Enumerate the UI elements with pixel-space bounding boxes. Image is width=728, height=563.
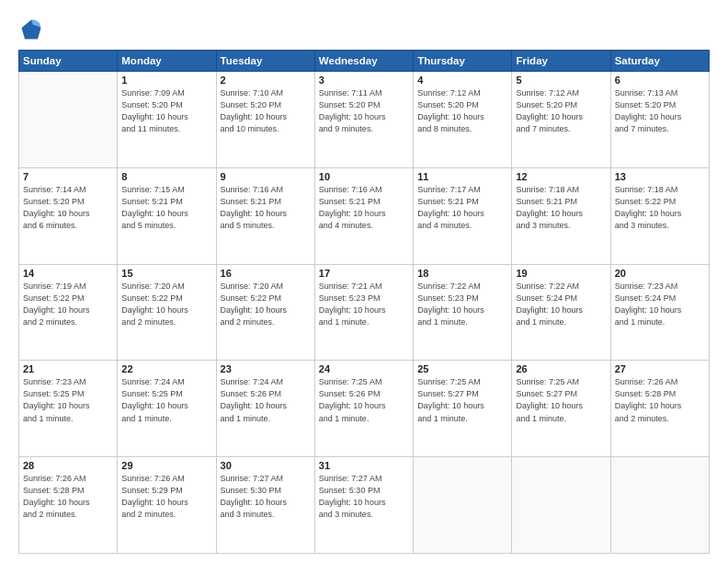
logo <box>18 17 48 42</box>
day-number: 4 <box>417 75 507 86</box>
day-number: 18 <box>417 268 507 279</box>
week-row-2: 7Sunrise: 7:14 AM Sunset: 5:20 PM Daylig… <box>19 167 710 264</box>
week-row-5: 28Sunrise: 7:26 AM Sunset: 5:28 PM Dayli… <box>19 457 710 554</box>
calendar-cell: 11Sunrise: 7:17 AM Sunset: 5:21 PM Dayli… <box>414 167 512 264</box>
calendar-cell <box>512 457 610 554</box>
day-number: 10 <box>319 171 409 182</box>
calendar-cell: 4Sunrise: 7:12 AM Sunset: 5:20 PM Daylig… <box>414 72 512 168</box>
page: SundayMondayTuesdayWednesdayThursdayFrid… <box>0 0 728 563</box>
calendar-header-saturday: Saturday <box>610 51 709 72</box>
day-number: 24 <box>319 363 409 374</box>
calendar-cell: 18Sunrise: 7:22 AM Sunset: 5:23 PM Dayli… <box>414 264 512 361</box>
day-info: Sunrise: 7:26 AM Sunset: 5:28 PM Dayligh… <box>23 473 113 521</box>
day-info: Sunrise: 7:15 AM Sunset: 5:21 PM Dayligh… <box>121 184 211 232</box>
day-info: Sunrise: 7:26 AM Sunset: 5:29 PM Dayligh… <box>121 473 211 521</box>
day-number: 11 <box>417 171 507 182</box>
day-number: 14 <box>23 268 113 279</box>
calendar-cell: 20Sunrise: 7:23 AM Sunset: 5:24 PM Dayli… <box>610 264 709 361</box>
calendar-header-tuesday: Tuesday <box>216 51 314 72</box>
calendar-header-sunday: Sunday <box>19 51 118 72</box>
day-info: Sunrise: 7:13 AM Sunset: 5:20 PM Dayligh… <box>615 87 705 135</box>
calendar-cell: 8Sunrise: 7:15 AM Sunset: 5:21 PM Daylig… <box>118 167 216 264</box>
calendar-cell: 29Sunrise: 7:26 AM Sunset: 5:29 PM Dayli… <box>118 457 216 554</box>
day-number: 26 <box>516 363 606 374</box>
calendar-cell: 17Sunrise: 7:21 AM Sunset: 5:23 PM Dayli… <box>314 264 413 361</box>
calendar-cell: 21Sunrise: 7:23 AM Sunset: 5:25 PM Dayli… <box>19 361 118 457</box>
day-number: 22 <box>121 363 211 374</box>
calendar-cell: 3Sunrise: 7:11 AM Sunset: 5:20 PM Daylig… <box>314 72 413 168</box>
calendar-cell: 5Sunrise: 7:12 AM Sunset: 5:20 PM Daylig… <box>512 72 610 168</box>
day-number: 16 <box>221 268 311 279</box>
day-info: Sunrise: 7:25 AM Sunset: 5:27 PM Dayligh… <box>417 376 507 424</box>
day-info: Sunrise: 7:16 AM Sunset: 5:21 PM Dayligh… <box>221 184 311 232</box>
calendar-cell: 26Sunrise: 7:25 AM Sunset: 5:27 PM Dayli… <box>512 361 610 457</box>
calendar-cell: 23Sunrise: 7:24 AM Sunset: 5:26 PM Dayli… <box>216 361 314 457</box>
day-info: Sunrise: 7:23 AM Sunset: 5:24 PM Dayligh… <box>615 281 705 328</box>
day-info: Sunrise: 7:09 AM Sunset: 5:20 PM Dayligh… <box>121 87 211 135</box>
day-info: Sunrise: 7:27 AM Sunset: 5:30 PM Dayligh… <box>319 473 409 521</box>
calendar-cell: 15Sunrise: 7:20 AM Sunset: 5:22 PM Dayli… <box>118 264 216 361</box>
calendar-cell: 14Sunrise: 7:19 AM Sunset: 5:22 PM Dayli… <box>19 264 118 361</box>
calendar-cell <box>414 457 512 554</box>
day-info: Sunrise: 7:18 AM Sunset: 5:22 PM Dayligh… <box>615 184 705 232</box>
calendar-cell: 16Sunrise: 7:20 AM Sunset: 5:22 PM Dayli… <box>216 264 314 361</box>
day-number: 5 <box>516 75 606 86</box>
day-number: 17 <box>319 268 409 279</box>
day-number: 9 <box>221 171 311 182</box>
calendar-cell: 6Sunrise: 7:13 AM Sunset: 5:20 PM Daylig… <box>610 72 709 168</box>
calendar-header-friday: Friday <box>512 51 610 72</box>
calendar-cell: 1Sunrise: 7:09 AM Sunset: 5:20 PM Daylig… <box>118 72 216 168</box>
day-info: Sunrise: 7:24 AM Sunset: 5:26 PM Dayligh… <box>221 376 311 424</box>
day-info: Sunrise: 7:21 AM Sunset: 5:23 PM Dayligh… <box>319 281 409 328</box>
calendar-cell: 31Sunrise: 7:27 AM Sunset: 5:30 PM Dayli… <box>314 457 413 554</box>
day-info: Sunrise: 7:20 AM Sunset: 5:22 PM Dayligh… <box>121 281 211 328</box>
day-info: Sunrise: 7:22 AM Sunset: 5:24 PM Dayligh… <box>516 281 606 328</box>
calendar-table: SundayMondayTuesdayWednesdayThursdayFrid… <box>18 50 710 554</box>
day-number: 31 <box>319 460 409 471</box>
day-info: Sunrise: 7:11 AM Sunset: 5:20 PM Dayligh… <box>319 87 409 135</box>
day-info: Sunrise: 7:12 AM Sunset: 5:20 PM Dayligh… <box>417 87 507 135</box>
header <box>18 17 710 42</box>
day-number: 21 <box>23 363 113 374</box>
calendar-cell: 7Sunrise: 7:14 AM Sunset: 5:20 PM Daylig… <box>19 167 118 264</box>
calendar-cell: 22Sunrise: 7:24 AM Sunset: 5:25 PM Dayli… <box>118 361 216 457</box>
calendar-cell: 27Sunrise: 7:26 AM Sunset: 5:28 PM Dayli… <box>610 361 709 457</box>
day-info: Sunrise: 7:25 AM Sunset: 5:26 PM Dayligh… <box>319 376 409 424</box>
day-info: Sunrise: 7:22 AM Sunset: 5:23 PM Dayligh… <box>417 281 507 328</box>
day-info: Sunrise: 7:26 AM Sunset: 5:28 PM Dayligh… <box>615 376 705 424</box>
day-number: 13 <box>615 171 705 182</box>
week-row-4: 21Sunrise: 7:23 AM Sunset: 5:25 PM Dayli… <box>19 361 710 457</box>
calendar-cell: 30Sunrise: 7:27 AM Sunset: 5:30 PM Dayli… <box>216 457 314 554</box>
day-number: 3 <box>319 75 409 86</box>
calendar-cell: 2Sunrise: 7:10 AM Sunset: 5:20 PM Daylig… <box>216 72 314 168</box>
day-info: Sunrise: 7:20 AM Sunset: 5:22 PM Dayligh… <box>221 281 311 328</box>
calendar-cell: 25Sunrise: 7:25 AM Sunset: 5:27 PM Dayli… <box>414 361 512 457</box>
calendar-header-thursday: Thursday <box>414 51 512 72</box>
day-info: Sunrise: 7:16 AM Sunset: 5:21 PM Dayligh… <box>319 184 409 232</box>
day-info: Sunrise: 7:25 AM Sunset: 5:27 PM Dayligh… <box>516 376 606 424</box>
day-number: 30 <box>221 460 311 471</box>
calendar-cell: 12Sunrise: 7:18 AM Sunset: 5:21 PM Dayli… <box>512 167 610 264</box>
calendar-cell: 10Sunrise: 7:16 AM Sunset: 5:21 PM Dayli… <box>314 167 413 264</box>
week-row-1: 1Sunrise: 7:09 AM Sunset: 5:20 PM Daylig… <box>19 72 710 168</box>
calendar-cell <box>19 72 118 168</box>
day-info: Sunrise: 7:24 AM Sunset: 5:25 PM Dayligh… <box>121 376 211 424</box>
day-number: 6 <box>615 75 705 86</box>
day-number: 29 <box>121 460 211 471</box>
calendar-cell: 28Sunrise: 7:26 AM Sunset: 5:28 PM Dayli… <box>19 457 118 554</box>
day-number: 25 <box>417 363 507 374</box>
logo-icon <box>18 17 44 42</box>
day-number: 1 <box>121 75 211 86</box>
calendar-cell: 13Sunrise: 7:18 AM Sunset: 5:22 PM Dayli… <box>610 167 709 264</box>
day-info: Sunrise: 7:14 AM Sunset: 5:20 PM Dayligh… <box>23 184 113 232</box>
day-number: 27 <box>615 363 705 374</box>
calendar-header-monday: Monday <box>118 51 216 72</box>
calendar-cell: 24Sunrise: 7:25 AM Sunset: 5:26 PM Dayli… <box>314 361 413 457</box>
day-number: 23 <box>221 363 311 374</box>
day-info: Sunrise: 7:17 AM Sunset: 5:21 PM Dayligh… <box>417 184 507 232</box>
day-number: 15 <box>121 268 211 279</box>
day-number: 28 <box>23 460 113 471</box>
day-number: 19 <box>516 268 606 279</box>
day-number: 20 <box>615 268 705 279</box>
calendar-cell: 9Sunrise: 7:16 AM Sunset: 5:21 PM Daylig… <box>216 167 314 264</box>
